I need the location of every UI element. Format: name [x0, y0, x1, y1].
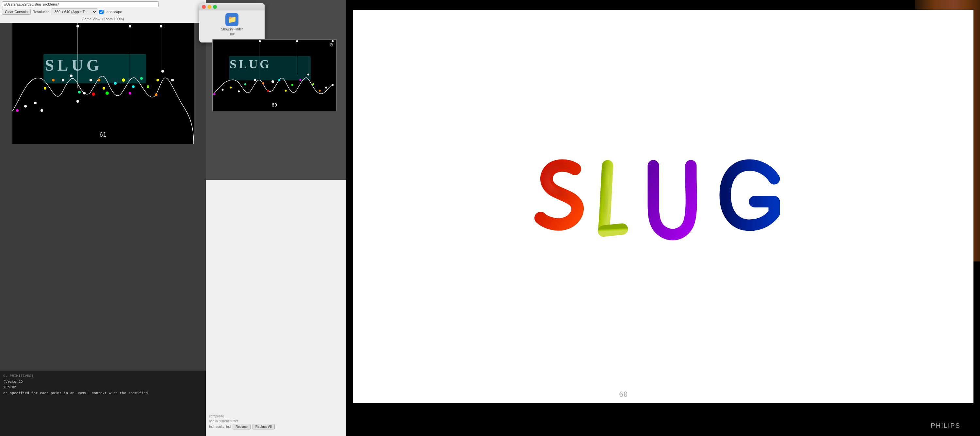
close-button[interactable]: [202, 5, 206, 9]
svg-point-2: [34, 102, 37, 104]
spline-svg-left: [13, 23, 194, 144]
right-panel: 60 PHILIPS: [346, 0, 980, 436]
replace-button[interactable]: Replace: [232, 424, 251, 430]
svg-point-14: [103, 87, 105, 89]
finder-icon-area: 📁 Show in Finder .nut: [199, 10, 265, 38]
svg-point-53: [296, 40, 298, 42]
finder-window: 📁 Show in Finder .nut: [199, 3, 265, 43]
letter-l: [604, 166, 622, 231]
svg-point-45: [307, 73, 309, 75]
frame-counter-right: 60: [619, 390, 707, 398]
finder-titlebar: [199, 3, 265, 10]
svg-point-19: [132, 85, 135, 88]
show-in-finder-label: Show in Finder: [221, 27, 243, 31]
replace-all-button[interactable]: Replace All: [253, 424, 275, 430]
svg-point-8: [76, 100, 79, 103]
svg-point-41: [278, 79, 280, 81]
svg-point-52: [259, 40, 261, 42]
svg-point-42: [285, 90, 287, 92]
svg-point-0: [16, 109, 19, 112]
url-bar[interactable]: [2, 1, 159, 7]
slug-text-left: SLUG: [45, 56, 103, 75]
svg-point-34: [230, 86, 232, 89]
composite-label: composite: [209, 414, 224, 418]
console-line-3: XColor: [3, 385, 202, 391]
console-text: GL_PRIMITIVES) (Vector2D XColor or speci…: [0, 371, 206, 399]
search-counts: fnd: [226, 425, 231, 428]
left-unity-panel: Clear Console Resolution 360 x 640 (Appl…: [0, 0, 206, 436]
svg-point-18: [129, 92, 131, 94]
svg-point-15: [105, 91, 109, 95]
landscape-checkbox[interactable]: [99, 10, 103, 14]
minimize-button[interactable]: [207, 5, 212, 9]
frame-counter-left: 61: [99, 131, 107, 138]
frame-counter-mid: 60: [272, 102, 277, 107]
landscape-checkbox-label[interactable]: Landscape: [99, 10, 122, 14]
middle-bottom: composite ace in current buffer fnd resu…: [206, 180, 346, 436]
svg-point-23: [156, 79, 159, 81]
svg-point-38: [262, 82, 264, 84]
svg-point-33: [221, 89, 223, 91]
maximize-button[interactable]: [213, 5, 217, 9]
resolution-label: Resolution: [33, 10, 50, 14]
svg-point-32: [214, 93, 216, 95]
monitor-screen: [353, 10, 974, 403]
resolution-select[interactable]: 360 x 640 (Apple T...: [52, 8, 97, 15]
game-view-label: Game View: (Zoom 100%): [2, 16, 204, 22]
game-view-canvas: SLUG: [13, 23, 194, 144]
svg-point-21: [147, 85, 149, 88]
clear-console-button[interactable]: Clear Console: [2, 9, 31, 15]
svg-point-30: [129, 25, 131, 27]
svg-point-4: [44, 87, 46, 89]
letter-g: [725, 165, 774, 225]
svg-point-47: [319, 90, 321, 92]
letter-s: [541, 166, 578, 225]
svg-point-46: [312, 83, 314, 85]
console-line-4: or specified for each point in an OpenGL…: [3, 391, 202, 396]
svg-point-9: [78, 91, 81, 93]
svg-point-36: [244, 83, 246, 85]
svg-point-43: [291, 84, 293, 86]
console-area: GL_PRIMITIVES) (Vector2D XColor or speci…: [0, 371, 206, 436]
slug-svg: [516, 149, 810, 264]
svg-point-25: [171, 79, 174, 81]
svg-point-31: [160, 25, 162, 27]
svg-point-24: [161, 70, 164, 73]
slug-display: [353, 10, 974, 403]
finder-icon: 📁: [225, 13, 239, 26]
console-line-1: GL_PRIMITIVES): [3, 373, 202, 379]
second-game-view: SLUG: [212, 39, 336, 111]
svg-point-22: [155, 93, 158, 96]
svg-point-35: [238, 91, 240, 93]
middle-panel: 📁 Show in Finder .nut SLUG: [206, 0, 346, 436]
console-line-2: (Vector2D: [3, 379, 202, 385]
svg-point-12: [92, 93, 95, 96]
svg-point-40: [272, 80, 274, 83]
svg-point-3: [40, 109, 43, 112]
svg-point-39: [267, 90, 269, 92]
svg-point-44: [299, 79, 301, 81]
svg-point-10: [83, 92, 86, 94]
svg-point-37: [254, 79, 256, 81]
middle-top: 📁 Show in Finder .nut SLUG: [206, 0, 346, 180]
filename-label: .nut: [229, 32, 235, 36]
svg-point-48: [325, 86, 327, 89]
unity-toolbar: Clear Console Resolution 360 x 640 (Appl…: [0, 0, 206, 23]
buffer-label: ace in current buffer: [209, 419, 238, 423]
search-bar-area: fnd results fnd Replace Replace All: [206, 424, 346, 430]
svg-point-29: [76, 25, 79, 27]
monitor-brand: PHILIPS: [931, 422, 960, 430]
toolbar-row: Clear Console Resolution 360 x 640 (Appl…: [2, 8, 204, 15]
spline-svg-mid: [213, 40, 336, 111]
gear-icon[interactable]: ⚙: [329, 42, 334, 47]
svg-point-1: [24, 105, 27, 107]
search-results-label: fnd results: [209, 425, 224, 428]
finder-icon-glyph: 📁: [228, 15, 237, 24]
letter-u: [653, 166, 691, 235]
svg-point-49: [332, 84, 334, 86]
